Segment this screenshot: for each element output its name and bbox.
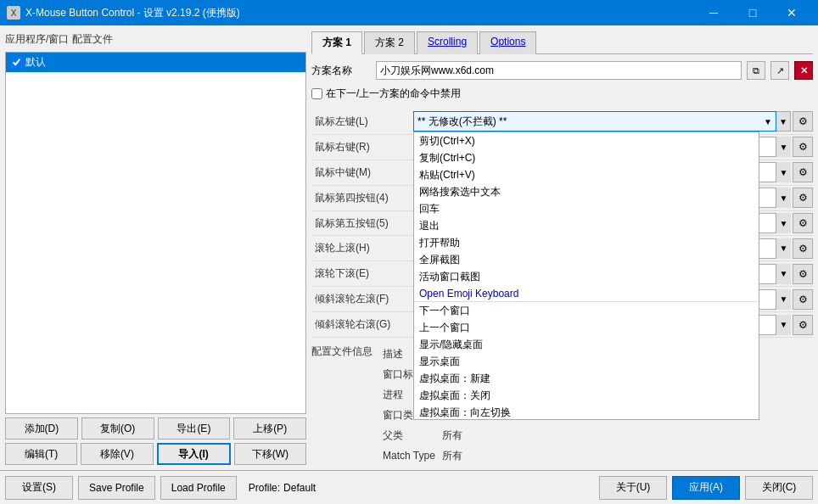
close-window-button[interactable]: ✕ [772,0,811,25]
disable-checkbox-row: 在下一/上一方案的命令中禁用 [311,87,813,101]
tilt-right-label: 倾斜滚轮右滚(G) [311,317,413,332]
about-button[interactable]: 关于(U) [599,476,667,500]
scroll-down-gear[interactable]: ⚙ [793,264,813,284]
mouse-right-label: 鼠标右键(R) [311,140,413,154]
mouse-left-dropdown-display[interactable]: ** 无修改(不拦截) ** ▼ [413,111,776,132]
left-panel: 应用程序/窗口 配置文件 默认 添加(D) 复制(O) 导出(E) 上移(P) … [5,31,306,465]
mouse-btn4-label: 鼠标第四按钮(4) [311,191,413,205]
remove-button[interactable]: 移除(V) [81,443,153,465]
default-label: 默认 [25,55,46,70]
dropdown-item-paste[interactable]: 粘贴(Ctrl+V) [414,166,759,183]
load-profile-button[interactable]: Load Profile [160,476,237,500]
profile-value: Default [283,482,316,494]
dropdown-item-show-hide-desktop[interactable]: 显示/隐藏桌面 [414,336,759,353]
moveup-button[interactable]: 上移(P) [233,417,306,440]
tilt-left-label: 倾斜滚轮左滚(F) [311,292,413,306]
dropdown-item-vd-left[interactable]: 虚拟桌面：向左切换 [414,404,759,420]
dropdown-list: 剪切(Ctrl+X) 复制(Ctrl+C) 粘贴(Ctrl+V) 网络搜索选中文… [413,132,759,420]
left-buttons-row1: 添加(D) 复制(O) 导出(E) 上移(P) [5,417,306,440]
status-bar: 设置(S) Save Profile Load Profile Profile:… [0,470,818,504]
mouse-left-label: 鼠标左键(L) [311,115,413,129]
disable-in-sequence-checkbox[interactable] [311,88,322,99]
app-list-item-default[interactable]: 默认 [6,53,305,72]
dropdown-item-fullscreen-shot[interactable]: 全屏截图 [414,251,759,268]
title-bar: X X-Mouse Button Control - 设置 v2.19.2 (便… [0,0,818,25]
close-button[interactable]: 关闭(C) [745,476,813,500]
btn5-gear[interactable]: ⚙ [793,213,813,233]
dropdown-arrow-icon: ▼ [764,117,772,126]
window-title: X-Mouse Button Control - 设置 v2.19.2 (便携版… [25,6,694,20]
mouse-buttons-area: 鼠标左键(L) ** 无修改(不拦截) ** ▼ 剪切(Ctrl+X) 复制(C… [311,109,813,465]
dropdown-item-exit[interactable]: 退出 [414,217,759,234]
add-button[interactable]: 添加(D) [5,417,78,440]
dropdown-item-help[interactable]: 打开帮助 [414,234,759,251]
default-checkbox[interactable] [11,57,22,68]
dropdown-item-enter[interactable]: 回车 [414,200,759,217]
app-icon: X [7,6,20,20]
scroll-up-label: 滚轮上滚(H) [311,241,413,255]
minimize-button[interactable]: ─ [694,0,733,25]
apply-button[interactable]: 应用(A) [672,476,740,500]
dropdown-item-show-desktop[interactable]: 显示桌面 [414,353,759,370]
tab-bar: 方案 1 方案 2 Scrolling Options [311,31,813,54]
profile-delete-button[interactable]: ✕ [794,61,813,80]
app-list: 默认 [5,52,306,414]
left-btn-dropdown-btn[interactable]: ▼ [776,111,791,132]
scroll-up-gear[interactable]: ⚙ [793,238,813,259]
middle-btn-gear[interactable]: ⚙ [793,162,813,182]
btn4-gear[interactable]: ⚙ [793,188,813,208]
left-panel-title: 应用程序/窗口 配置文件 [5,31,306,48]
tab-scheme1[interactable]: 方案 1 [311,31,362,54]
profile-label: Profile: [249,482,280,494]
mouse-buttons-and-dropdown: 鼠标左键(L) ** 无修改(不拦截) ** ▼ 剪切(Ctrl+X) 复制(C… [311,109,813,465]
tab-scheme2[interactable]: 方案 2 [364,31,415,54]
save-profile-button[interactable]: Save Profile [78,476,155,500]
maximize-button[interactable]: □ [733,0,772,25]
mouse-left-value: ** 无修改(不拦截) ** [417,115,507,129]
left-buttons-row2: 编辑(T) 移除(V) 导入(I) 下移(W) [5,443,306,465]
profile-info: Profile: Default [249,482,316,494]
dropdown-item-emoji[interactable]: Open Emoji Keyboard [414,285,759,302]
right-btn-gear[interactable]: ⚙ [793,137,813,157]
edit-button[interactable]: 编辑(T) [5,443,77,465]
tab-scrolling[interactable]: Scrolling [417,31,478,54]
movedown-button[interactable]: 下移(W) [234,443,306,465]
profile-copy-button[interactable]: ⧉ [747,61,765,80]
left-btn-gear[interactable]: ⚙ [793,111,813,132]
dropdown-item-window-shot[interactable]: 活动窗口截图 [414,268,759,285]
config-parent-label: 父类 [383,428,442,443]
config-row-matchtype: Match Type 所有 [383,446,462,465]
config-row-parent: 父类 所有 [383,426,462,445]
copy-button[interactable]: 复制(O) [81,417,154,440]
tilt-left-gear[interactable]: ⚙ [793,289,813,310]
mouse-left-dropdown-container: ** 无修改(不拦截) ** ▼ 剪切(Ctrl+X) 复制(Ctrl+C) 粘… [413,111,776,132]
mouse-middle-label: 鼠标中键(M) [311,165,413,180]
disable-checkbox-label: 在下一/上一方案的命令中禁用 [326,87,461,101]
config-matchtype-label: Match Type [383,450,442,462]
mouse-btn5-label: 鼠标第五按钮(5) [311,216,413,231]
profile-arrow-button[interactable]: ↗ [770,61,789,80]
dropdown-item-next-window[interactable]: 下一个窗口 [414,302,759,319]
dropdown-item-vd-close[interactable]: 虚拟桌面：关闭 [414,387,759,404]
dropdown-item-cut[interactable]: 剪切(Ctrl+X) [414,132,759,149]
window-body: 应用程序/窗口 配置文件 默认 添加(D) 复制(O) 导出(E) 上移(P) … [0,25,818,504]
profile-name-label: 方案名称 [311,64,371,78]
config-parent-value: 所有 [442,428,462,443]
mouse-left-row: 鼠标左键(L) ** 无修改(不拦截) ** ▼ 剪切(Ctrl+X) 复制(C… [311,109,813,135]
dropdown-item-websearch[interactable]: 网络搜索选中文本 [414,183,759,200]
content-area: 应用程序/窗口 配置文件 默认 添加(D) 复制(O) 导出(E) 上移(P) … [0,25,818,470]
tab-options[interactable]: Options [479,31,536,54]
export-button[interactable]: 导出(E) [158,417,231,440]
tilt-right-gear[interactable]: ⚙ [793,315,813,335]
profile-name-row: 方案名称 ⧉ ↗ ✕ [311,61,813,80]
settings-button[interactable]: 设置(S) [5,476,73,500]
dropdown-item-vd-new[interactable]: 虚拟桌面：新建 [414,370,759,387]
window-controls: ─ □ ✕ [694,0,811,25]
scroll-down-label: 滚轮下滚(E) [311,266,413,281]
config-info-title: 配置文件信息 [311,344,373,465]
config-matchtype-value: 所有 [442,449,462,463]
profile-name-input[interactable] [376,61,742,80]
import-button[interactable]: 导入(I) [157,443,231,465]
dropdown-item-prev-window[interactable]: 上一个窗口 [414,319,759,336]
dropdown-item-copy[interactable]: 复制(Ctrl+C) [414,149,759,166]
